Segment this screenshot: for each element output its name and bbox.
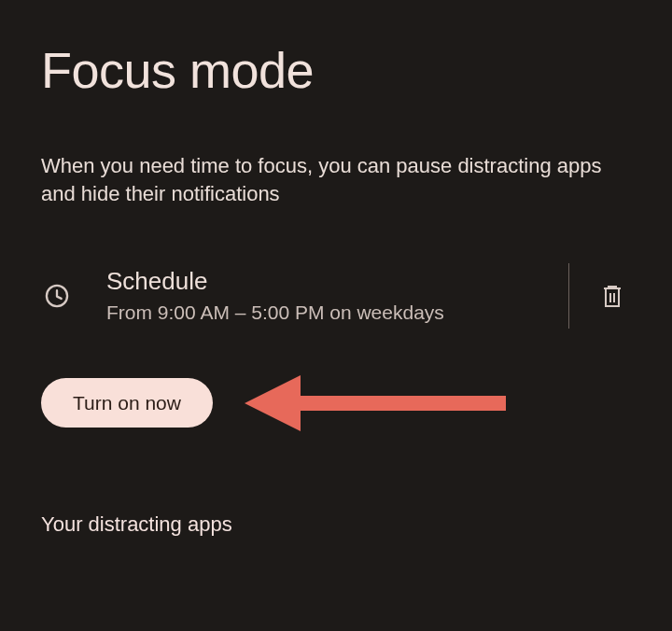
distracting-apps-heading: Your distracting apps (41, 512, 631, 537)
delete-schedule-button[interactable] (594, 277, 631, 315)
page-title: Focus mode (41, 43, 631, 98)
turn-on-now-button[interactable]: Turn on now (41, 378, 213, 428)
svg-rect-4 (296, 396, 506, 411)
page-description: When you need time to focus, you can pau… (41, 152, 620, 207)
vertical-divider (568, 263, 569, 329)
annotation-arrow-icon (245, 371, 515, 436)
schedule-label: Schedule (106, 267, 552, 296)
schedule-text: Schedule From 9:00 AM – 5:00 PM on weekd… (106, 267, 552, 324)
schedule-row[interactable]: Schedule From 9:00 AM – 5:00 PM on weekd… (41, 259, 631, 333)
clock-icon (41, 283, 73, 309)
schedule-detail: From 9:00 AM – 5:00 PM on weekdays (106, 301, 552, 324)
trash-icon (601, 283, 623, 309)
svg-marker-3 (245, 375, 301, 431)
